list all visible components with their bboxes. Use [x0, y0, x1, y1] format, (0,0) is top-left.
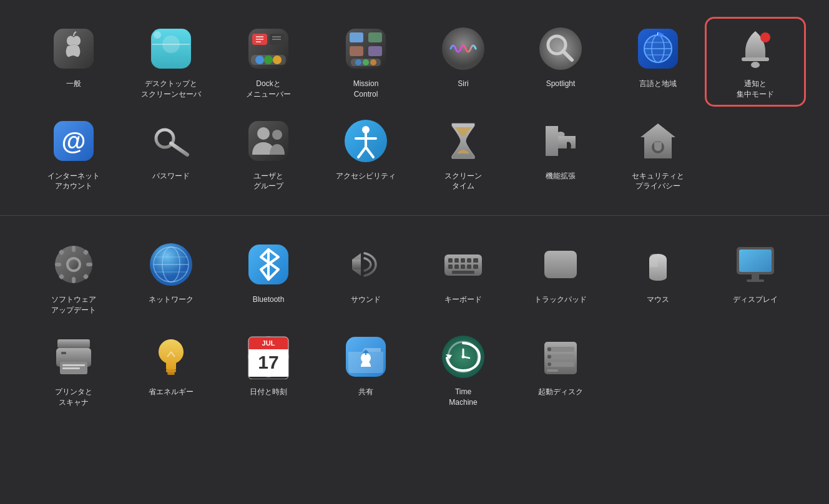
- svg-rect-99: [166, 369, 176, 372]
- item-desktop[interactable]: デスクトップと スクリーンセーバ: [122, 19, 220, 105]
- item-accessibility[interactable]: アクセシビリティ: [317, 111, 414, 197]
- item-bluetooth[interactable]: Bluetooth: [220, 235, 317, 321]
- label-datetime: 日付と時刻: [250, 387, 287, 397]
- icon-users: [243, 116, 293, 166]
- icon-mission: [341, 24, 391, 74]
- svg-point-125: [547, 355, 551, 359]
- svg-point-22: [355, 59, 361, 65]
- svg-rect-10: [272, 36, 281, 37]
- svg-point-13: [255, 56, 264, 64]
- label-general: 一般: [66, 79, 81, 89]
- item-security[interactable]: セキュリティと プライバシー: [609, 111, 707, 197]
- svg-rect-80: [467, 258, 471, 263]
- item-displays[interactable]: ディスプレイ: [707, 235, 804, 321]
- item-datetime[interactable]: JUL 17 日付と時刻: [220, 327, 317, 413]
- label-software: ソフトウェア アップデート: [51, 294, 96, 316]
- icon-notifications: [730, 24, 780, 74]
- svg-rect-91: [752, 274, 759, 279]
- label-notifications: 通知と 集中モード: [737, 79, 774, 100]
- label-sound: サウンド: [351, 294, 381, 305]
- label-internet: インターネット アカウント: [47, 171, 100, 192]
- label-accessibility: アクセシビリティ: [336, 171, 396, 182]
- item-keyboard[interactable]: キーボード: [414, 235, 512, 321]
- label-extensions: 機能拡張: [546, 171, 576, 182]
- svg-rect-61: [72, 277, 76, 283]
- item-startup[interactable]: 起動ディスク: [512, 327, 609, 413]
- svg-rect-7: [256, 39, 263, 40]
- svg-point-23: [363, 59, 369, 65]
- item-printers[interactable]: プリンタと スキャナ: [25, 327, 122, 413]
- icon-spotlight: [536, 24, 586, 74]
- svg-point-118: [462, 355, 465, 358]
- label-dock: Dockと メニューバー: [246, 79, 291, 100]
- svg-point-2: [154, 31, 161, 39]
- icon-general: [49, 24, 99, 74]
- icon-accessibility: [341, 116, 391, 166]
- svg-rect-79: [461, 258, 465, 263]
- icon-internet: @: [49, 116, 99, 166]
- svg-rect-92: [747, 279, 764, 282]
- icon-siri: [438, 24, 488, 74]
- svg-text:17: 17: [258, 352, 278, 372]
- item-trackpad[interactable]: トラックパッド: [512, 235, 609, 321]
- svg-rect-8: [256, 41, 261, 42]
- icon-network: [146, 240, 196, 289]
- icon-extensions: [536, 116, 586, 166]
- item-software[interactable]: ソフトウェア アップデート: [25, 235, 122, 321]
- svg-rect-100: [167, 372, 175, 375]
- item-general[interactable]: 一般: [25, 19, 122, 105]
- item-sharing[interactable]: 共有: [317, 327, 414, 413]
- item-siri[interactable]: Siri: [414, 19, 512, 105]
- svg-rect-38: [742, 57, 769, 61]
- item-network[interactable]: ネットワーク: [122, 235, 220, 321]
- svg-rect-20: [368, 46, 382, 56]
- svg-rect-11: [272, 39, 281, 40]
- label-energy: 省エネルギー: [149, 387, 194, 397]
- item-passwords[interactable]: パスワード: [122, 111, 220, 197]
- icon-displays: [730, 240, 780, 289]
- icon-security: [633, 116, 683, 166]
- svg-rect-93: [57, 339, 90, 348]
- svg-point-40: [760, 32, 770, 42]
- label-users: ユーザと グループ: [253, 171, 283, 192]
- svg-text:@: @: [61, 127, 86, 155]
- svg-rect-95: [61, 352, 66, 354]
- label-printers: プリンタと スキャナ: [55, 387, 92, 408]
- svg-rect-82: [448, 264, 453, 269]
- section-bottom: ソフトウェア アップデート: [0, 216, 829, 504]
- label-security: セキュリティと プライバシー: [632, 171, 684, 192]
- svg-rect-77: [448, 258, 453, 263]
- label-startup: 起動ディスク: [538, 387, 583, 397]
- system-preferences: 一般: [0, 0, 829, 504]
- item-language[interactable]: 言語と地域: [609, 19, 707, 105]
- item-spotlight[interactable]: Spotlight: [512, 19, 609, 105]
- svg-point-59: [69, 259, 79, 269]
- svg-rect-19: [350, 46, 363, 56]
- item-users[interactable]: ユーザと グループ: [220, 111, 317, 197]
- label-spotlight: Spotlight: [546, 79, 576, 89]
- item-mission[interactable]: Mission Control: [317, 19, 414, 105]
- svg-rect-86: [473, 264, 478, 269]
- item-notifications[interactable]: 通知と 集中モード: [707, 19, 804, 105]
- item-mouse[interactable]: マウス: [609, 235, 707, 321]
- svg-rect-87: [452, 271, 474, 274]
- icon-energy: [146, 332, 196, 382]
- icon-sharing: [341, 332, 391, 382]
- svg-rect-84: [461, 264, 465, 269]
- svg-rect-83: [454, 264, 459, 269]
- svg-point-24: [370, 59, 376, 65]
- item-energy[interactable]: 省エネルギー: [122, 327, 220, 413]
- label-sharing: 共有: [358, 387, 373, 397]
- icon-screentime: [438, 116, 488, 166]
- item-timemachine[interactable]: Time Machine: [414, 327, 512, 413]
- item-dock[interactable]: Dockと メニューバー: [220, 19, 317, 105]
- label-desktop: デスクトップと スクリーンセーバ: [141, 79, 201, 100]
- label-language: 言語と地域: [639, 79, 677, 89]
- label-screentime: スクリーン タイム: [444, 171, 482, 192]
- item-screentime[interactable]: スクリーン タイム: [414, 111, 512, 197]
- item-extensions[interactable]: 機能拡張: [512, 111, 609, 197]
- label-bluetooth: Bluetooth: [253, 294, 285, 305]
- item-sound[interactable]: サウンド: [317, 235, 414, 321]
- item-internet[interactable]: @ インターネット アカウント: [25, 111, 122, 197]
- svg-rect-62: [55, 263, 61, 266]
